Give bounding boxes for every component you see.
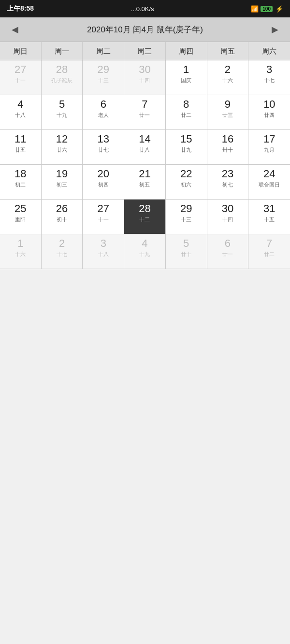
day-number: 29 (98, 63, 109, 76)
calendar: ◀ 2020年10月 闰4月 鼠年(庚子年) ▶ 周日周一周二周三周四周五周六 … (0, 17, 290, 269)
day-lunar: 廿十 (181, 251, 191, 258)
cal-day-3-3[interactable]: 21初五 (124, 165, 166, 200)
day-number: 24 (263, 168, 275, 180)
day-lunar: 廿二 (264, 251, 275, 258)
cal-day-4-1[interactable]: 26初十 (42, 200, 83, 234)
day-number: 6 (101, 98, 106, 111)
status-time: 上午8:58 (7, 4, 34, 13)
day-number: 7 (142, 98, 147, 111)
cal-day-5-1[interactable]: 2十七 (42, 234, 83, 269)
day-lunar: 十四 (139, 77, 150, 84)
day-lunar: 初二 (15, 181, 26, 188)
day-lunar: 廿四 (264, 112, 275, 119)
day-number: 26 (56, 202, 68, 215)
cal-day-0-3[interactable]: 30十四 (124, 60, 166, 95)
days-of-week-row: 周日周一周二周三周四周五周六 (0, 42, 290, 60)
day-lunar: 十九 (57, 112, 67, 119)
day-number: 16 (222, 133, 233, 145)
cal-day-1-3[interactable]: 7廿一 (124, 95, 166, 130)
day-lunar: 廿七 (98, 146, 109, 154)
next-month-button[interactable]: ▶ (268, 22, 282, 37)
day-lunar: 廿六 (57, 146, 67, 154)
day-number: 27 (14, 63, 26, 76)
day-lunar: 九月 (264, 146, 275, 154)
charging-icon: ⚡ (276, 5, 283, 13)
day-number: 21 (139, 168, 150, 180)
cal-day-2-0[interactable]: 11廿五 (0, 130, 42, 165)
cal-day-4-3[interactable]: 28十二 (124, 200, 166, 234)
cal-day-2-1[interactable]: 12廿六 (42, 130, 83, 165)
status-right: 📶 100 ⚡ (251, 5, 283, 13)
cal-day-0-6[interactable]: 3十七 (248, 60, 290, 95)
cal-day-2-5[interactable]: 16卅十 (207, 130, 249, 165)
cal-day-5-4[interactable]: 5廿十 (166, 234, 207, 269)
calendar-grid: 27十一28孔子诞辰29十三30十四1国庆2十六3十七4十八5十九6老人7廿一8… (0, 60, 290, 269)
cal-day-0-0[interactable]: 27十一 (0, 60, 42, 95)
cal-day-4-2[interactable]: 27十一 (83, 200, 124, 234)
cal-day-0-1[interactable]: 28孔子诞辰 (42, 60, 83, 95)
day-lunar: 十七 (264, 77, 275, 84)
dow-cell-0: 周日 (0, 42, 42, 60)
day-number: 3 (266, 63, 272, 76)
day-number: 31 (263, 202, 275, 215)
day-lunar: 廿五 (15, 146, 26, 154)
day-number: 23 (222, 168, 233, 180)
day-number: 2 (225, 63, 231, 76)
cal-day-3-4[interactable]: 22初六 (166, 165, 207, 200)
day-lunar: 联合国日 (259, 181, 280, 188)
cal-day-0-5[interactable]: 2十六 (207, 60, 249, 95)
cal-day-4-0[interactable]: 25重阳 (0, 200, 42, 234)
day-lunar: 卅十 (222, 146, 233, 154)
cal-day-1-4[interactable]: 8廿二 (166, 95, 207, 130)
day-lunar: 初六 (181, 181, 191, 188)
cal-day-3-1[interactable]: 19初三 (42, 165, 83, 200)
cal-day-1-5[interactable]: 9廿三 (207, 95, 249, 130)
cal-day-1-0[interactable]: 4十八 (0, 95, 42, 130)
calendar-header: ◀ 2020年10月 闰4月 鼠年(庚子年) ▶ (0, 17, 290, 42)
day-number: 8 (183, 98, 189, 111)
day-lunar: 十三 (98, 77, 109, 84)
day-number: 12 (56, 133, 68, 145)
cal-day-3-5[interactable]: 23初七 (207, 165, 249, 200)
cal-day-5-3[interactable]: 4十九 (124, 234, 166, 269)
cal-day-2-2[interactable]: 13廿七 (83, 130, 124, 165)
day-number: 5 (183, 237, 189, 250)
cal-day-4-4[interactable]: 29十三 (166, 200, 207, 234)
day-lunar: 初十 (57, 216, 67, 223)
cal-day-0-4[interactable]: 1国庆 (166, 60, 207, 95)
day-lunar: 孔子诞辰 (51, 77, 72, 84)
day-number: 18 (14, 168, 26, 180)
cal-day-0-2[interactable]: 29十三 (83, 60, 124, 95)
cal-day-3-0[interactable]: 18初二 (0, 165, 42, 200)
cal-day-5-5[interactable]: 6廿一 (207, 234, 249, 269)
cal-day-4-5[interactable]: 30十四 (207, 200, 249, 234)
day-lunar: 十八 (15, 112, 26, 119)
prev-month-button[interactable]: ◀ (8, 22, 22, 37)
day-number: 19 (56, 168, 68, 180)
cal-day-3-2[interactable]: 20初四 (83, 165, 124, 200)
cal-day-2-6[interactable]: 17九月 (248, 130, 290, 165)
day-lunar: 国庆 (181, 77, 191, 84)
day-number: 27 (98, 202, 109, 215)
cal-day-1-1[interactable]: 5十九 (42, 95, 83, 130)
cal-day-1-6[interactable]: 10廿四 (248, 95, 290, 130)
day-number: 25 (14, 202, 26, 215)
day-number: 17 (263, 133, 275, 145)
cal-day-3-6[interactable]: 24联合国日 (248, 165, 290, 200)
day-lunar: 十六 (15, 251, 26, 258)
cal-day-2-3[interactable]: 14廿八 (124, 130, 166, 165)
cal-day-5-2[interactable]: 3十八 (83, 234, 124, 269)
cal-day-1-2[interactable]: 6老人 (83, 95, 124, 130)
day-number: 28 (56, 63, 68, 76)
dow-cell-5: 周五 (207, 42, 249, 60)
day-number: 30 (139, 63, 150, 76)
cal-day-5-6[interactable]: 7廿二 (248, 234, 290, 269)
day-number: 1 (183, 63, 189, 76)
bottom-area (0, 269, 290, 578)
cal-day-5-0[interactable]: 1十六 (0, 234, 42, 269)
cal-day-4-6[interactable]: 31十五 (248, 200, 290, 234)
day-lunar: 十三 (181, 216, 191, 223)
cal-day-2-4[interactable]: 15廿九 (166, 130, 207, 165)
dow-cell-2: 周二 (83, 42, 124, 60)
day-lunar: 廿八 (139, 146, 150, 154)
